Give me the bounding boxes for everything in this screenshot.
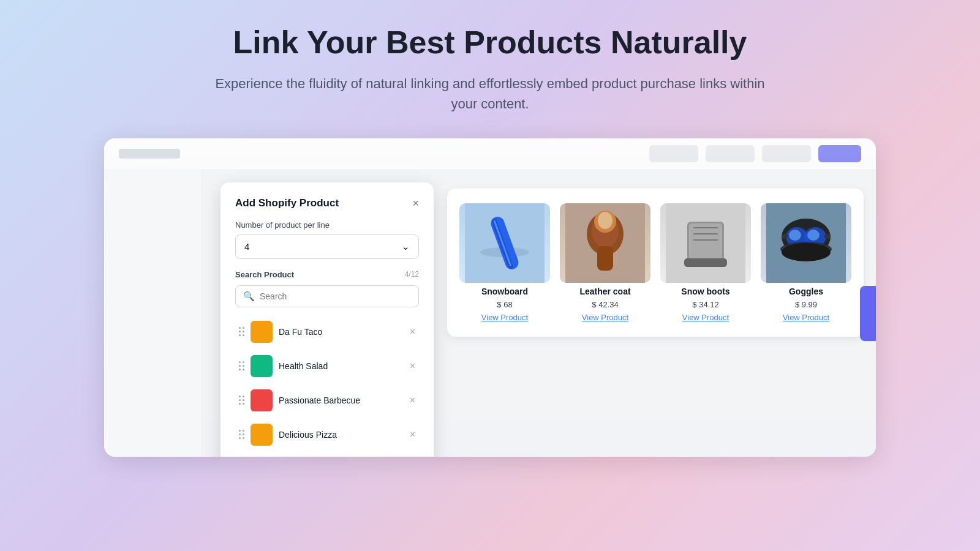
per-line-select[interactable]: 4 ⌄	[235, 234, 419, 259]
product-thumbnail	[251, 424, 273, 446]
product-card-image	[560, 203, 650, 283]
product-card: Snowboard $ 68 View Product	[459, 203, 550, 322]
product-card-name: Leather coat	[579, 287, 630, 296]
per-line-value: 4	[244, 241, 249, 252]
search-input[interactable]	[260, 291, 411, 301]
product-thumbnail	[251, 321, 273, 343]
product-card-image	[660, 203, 751, 283]
top-bar	[104, 138, 876, 170]
svg-rect-25	[824, 234, 831, 239]
list-item[interactable]: Da Fu Taco ×	[235, 316, 419, 348]
product-thumbnail	[251, 389, 273, 411]
product-card: Snow boots $ 34.12 View Product	[660, 203, 751, 322]
svg-rect-24	[782, 234, 788, 239]
product-card-name: Goggles	[789, 287, 823, 296]
top-bar-pill-3	[762, 145, 811, 162]
product-card-image	[459, 203, 550, 283]
modal-title: Add Shopify Product	[235, 197, 339, 209]
chevron-down-icon: ⌄	[402, 241, 410, 252]
product-name: Delicious Pizza	[279, 430, 404, 440]
center-panel: Add Shopify Product × Number of product …	[202, 170, 876, 457]
search-product-header: Search Product 4/12	[235, 270, 419, 279]
top-bar-pill-1	[649, 145, 698, 162]
main-card: Add Shopify Product × Number of product …	[104, 138, 876, 457]
add-shopify-product-modal: Add Shopify Product × Number of product …	[221, 182, 434, 457]
product-card-name: Snow boots	[681, 287, 729, 296]
top-bar-logo	[119, 149, 180, 159]
top-bar-save-btn[interactable]	[818, 145, 861, 162]
card-content: Add Shopify Product × Number of product …	[104, 170, 876, 457]
list-item[interactable]: Passionate Barbecue ×	[235, 384, 419, 416]
modal-close-button[interactable]: ×	[412, 198, 419, 209]
svg-point-23	[807, 230, 820, 241]
search-input-wrap[interactable]: 🔍	[235, 285, 419, 307]
product-card-price: $ 68	[497, 300, 512, 309]
products-preview: Snowboard $ 68 View Product Leather coat…	[447, 189, 864, 337]
product-list: Da Fu Taco × Health Salad × Passionate B…	[235, 316, 419, 451]
right-edge-button[interactable]	[860, 286, 876, 341]
list-item[interactable]: Delicious Pizza ×	[235, 419, 419, 451]
drag-handle-icon	[239, 327, 244, 336]
drag-handle-icon	[239, 361, 244, 370]
remove-product-button[interactable]: ×	[410, 361, 415, 372]
list-item[interactable]: Health Salad ×	[235, 350, 419, 382]
product-card-price: $ 9.99	[795, 300, 817, 309]
view-product-link[interactable]: View Product	[783, 313, 829, 322]
hero-subtitle: Experience the fluidity of natural linki…	[214, 73, 766, 114]
product-card-name: Snowboard	[481, 287, 528, 296]
search-product-count: 4/12	[405, 270, 419, 279]
search-product-label: Search Product	[235, 270, 294, 279]
remove-product-button[interactable]: ×	[410, 429, 415, 440]
drag-handle-icon	[239, 430, 244, 439]
svg-rect-13	[689, 223, 722, 260]
left-panel	[104, 170, 202, 457]
remove-product-button[interactable]: ×	[410, 395, 415, 406]
drag-handle-icon	[239, 395, 244, 405]
modal-header: Add Shopify Product ×	[235, 197, 419, 209]
view-product-link[interactable]: View Product	[582, 313, 628, 322]
view-product-link[interactable]: View Product	[682, 313, 729, 322]
product-name: Passionate Barbecue	[279, 395, 404, 405]
hero-title: Link Your Best Products Naturally	[233, 24, 747, 61]
svg-point-27	[782, 243, 831, 261]
remove-product-button[interactable]: ×	[410, 326, 415, 337]
product-card-price: $ 42.34	[592, 300, 618, 309]
product-card-image	[761, 203, 851, 283]
product-card: Goggles $ 9.99 View Product	[761, 203, 851, 322]
per-line-label: Number of product per line	[235, 220, 419, 230]
svg-rect-14	[684, 258, 727, 267]
product-card: Leather coat $ 42.34 View Product	[560, 203, 650, 322]
product-card-price: $ 34.12	[692, 300, 718, 309]
top-bar-pill-2	[706, 145, 755, 162]
svg-point-22	[789, 230, 801, 241]
search-icon: 🔍	[243, 291, 255, 302]
svg-rect-8	[597, 246, 613, 271]
svg-point-10	[598, 212, 612, 229]
product-thumbnail	[251, 355, 273, 377]
product-name: Health Salad	[279, 361, 404, 371]
view-product-link[interactable]: View Product	[481, 313, 528, 322]
product-name: Da Fu Taco	[279, 327, 404, 337]
